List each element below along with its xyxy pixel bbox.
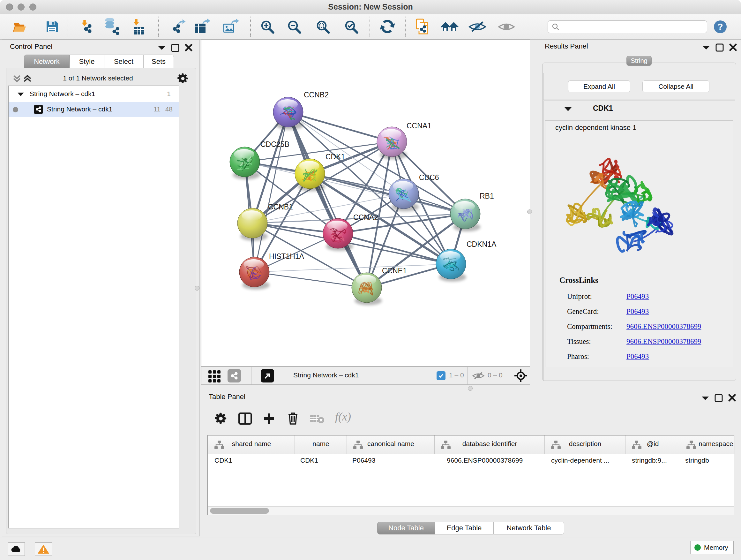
svg-text:CDKN1A: CDKN1A xyxy=(467,240,496,248)
svg-text:CCNA1: CCNA1 xyxy=(407,122,431,130)
svg-text:CDC25B: CDC25B xyxy=(260,140,289,148)
svg-text:CCNA2: CCNA2 xyxy=(353,213,378,222)
svg-text:CDC6: CDC6 xyxy=(419,173,439,182)
svg-text:HIST1H1A: HIST1H1A xyxy=(269,252,305,260)
svg-text:CCNE1: CCNE1 xyxy=(382,266,407,275)
svg-text:RB1: RB1 xyxy=(480,192,494,200)
svg-text:CCNB1: CCNB1 xyxy=(268,203,293,211)
svg-text:CDK1: CDK1 xyxy=(326,152,345,161)
svg-text:CCNB2: CCNB2 xyxy=(304,91,329,99)
